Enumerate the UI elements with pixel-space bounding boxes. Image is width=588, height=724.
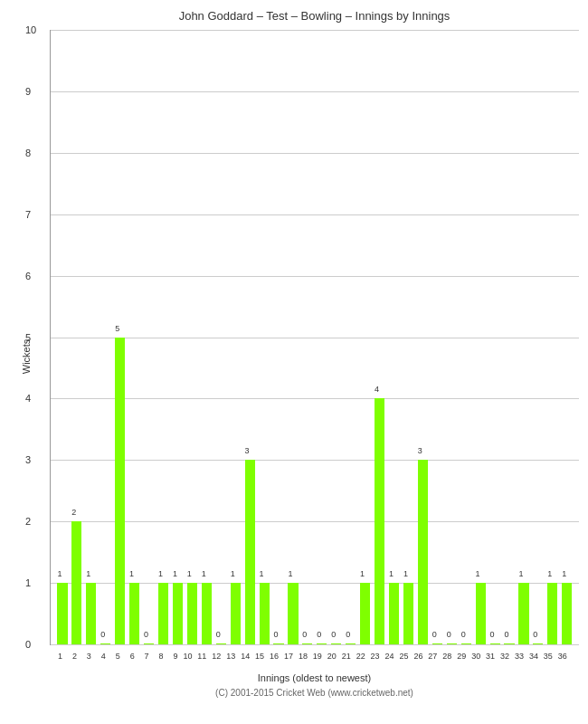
- bar-group: 034: [531, 30, 545, 644]
- bar-value-label: 0: [490, 630, 495, 639]
- bar-value-label: 0: [504, 630, 508, 639]
- bar-value-label: 0: [273, 630, 278, 639]
- bar: 0: [273, 643, 283, 644]
- bar-group: 124: [387, 30, 402, 644]
- bar-group: 110: [185, 30, 199, 644]
- bar-group: 018: [300, 30, 315, 644]
- x-tick: 6: [130, 652, 135, 661]
- bar: 0: [432, 643, 442, 644]
- bar-value-label: 1: [158, 569, 163, 578]
- bar-group: 423: [373, 30, 387, 644]
- bar: 4: [375, 398, 384, 644]
- bar-group: 19: [171, 30, 185, 644]
- x-tick: 16: [270, 652, 279, 661]
- x-tick: 12: [212, 652, 221, 661]
- bar-group: 016: [271, 30, 286, 644]
- bar: 1: [403, 583, 413, 644]
- x-tick: 15: [255, 652, 264, 661]
- x-tick: 10: [183, 652, 192, 661]
- bar-group: 55: [113, 30, 128, 644]
- bar: 1: [518, 583, 528, 644]
- bar-group: 326: [415, 30, 430, 644]
- bar-value-label: 1: [518, 569, 523, 578]
- chart-area: 012345678910 112213045516071819110111012…: [50, 30, 579, 645]
- bar-group: 130: [473, 30, 488, 644]
- x-tick: 30: [471, 652, 480, 661]
- bar: 1: [260, 583, 270, 644]
- x-tick: 2: [72, 652, 77, 661]
- x-tick: 11: [197, 652, 206, 661]
- bar-value-label: 3: [245, 446, 250, 455]
- x-tick: 28: [442, 652, 451, 661]
- y-tick: 2: [25, 516, 31, 527]
- x-tick: 26: [413, 652, 422, 661]
- bar-value-label: 5: [115, 324, 119, 333]
- bar-value-label: 3: [418, 446, 422, 455]
- bar-value-label: 1: [403, 569, 408, 578]
- bar-value-label: 0: [533, 630, 537, 639]
- bar-group: 136: [560, 30, 574, 644]
- bar-value-label: 0: [302, 630, 307, 639]
- bar: 1: [158, 583, 168, 644]
- bar-value-label: 1: [129, 569, 134, 578]
- bar-group: 13: [84, 30, 99, 644]
- x-tick: 23: [371, 652, 380, 661]
- x-tick: 31: [486, 652, 495, 661]
- bar-value-label: 1: [260, 569, 264, 578]
- bar: 0: [504, 643, 514, 644]
- bar-value-label: 1: [231, 569, 235, 578]
- bar-value-label: 4: [375, 385, 379, 394]
- y-tick: 7: [25, 209, 31, 220]
- bar: 1: [129, 583, 139, 644]
- chart-title: John Goddard – Test – Bowling – Innings …: [50, 9, 579, 23]
- x-tick: 22: [356, 652, 365, 661]
- grid-line: [51, 644, 579, 645]
- bar-value-label: 0: [447, 630, 451, 639]
- bar: 1: [562, 583, 572, 644]
- bar-value-label: 0: [144, 630, 148, 639]
- bar-value-label: 1: [187, 569, 192, 578]
- bar-value-label: 0: [331, 630, 336, 639]
- bar-value-label: 2: [71, 508, 76, 517]
- bar-group: 07: [142, 30, 156, 644]
- bar-group: 314: [242, 30, 257, 644]
- y-tick: 0: [25, 639, 31, 650]
- y-tick: 1: [25, 577, 31, 588]
- copyright: (C) 2001-2015 Cricket Web (www.cricketwe…: [50, 688, 579, 698]
- bar: 1: [547, 583, 557, 644]
- y-tick: 8: [25, 148, 31, 158]
- bar-value-label: 0: [461, 630, 466, 639]
- x-tick: 35: [544, 652, 553, 661]
- bar-group: 115: [257, 30, 271, 644]
- bar-group: 11: [55, 30, 70, 644]
- y-axis-label: Wickets: [21, 339, 32, 375]
- bar: 1: [173, 583, 183, 644]
- x-tick: 19: [313, 652, 322, 661]
- bar-group: 027: [430, 30, 444, 644]
- x-tick: 14: [241, 652, 250, 661]
- bar-group: 133: [517, 30, 531, 644]
- bar: 0: [302, 643, 312, 644]
- bar-group: 04: [99, 30, 113, 644]
- x-tick: 36: [558, 652, 567, 661]
- x-tick: 33: [515, 652, 524, 661]
- bar-group: 122: [358, 30, 373, 644]
- bar-value-label: 1: [86, 569, 90, 578]
- bar: 0: [490, 643, 500, 644]
- bar-value-label: 0: [432, 630, 437, 639]
- bar: 0: [100, 643, 110, 644]
- bar-value-label: 0: [216, 630, 221, 639]
- bar-group: 113: [228, 30, 242, 644]
- bar: 0: [533, 643, 543, 644]
- x-tick: 9: [173, 652, 177, 661]
- x-tick: 18: [299, 652, 308, 661]
- x-tick: 4: [101, 652, 106, 661]
- bar-group: 019: [315, 30, 329, 644]
- bar: 2: [71, 521, 81, 644]
- x-tick: 7: [145, 652, 149, 661]
- bar: 1: [57, 583, 67, 644]
- bar-value-label: 1: [202, 569, 206, 578]
- bar-value-label: 0: [346, 630, 350, 639]
- bar-group: 012: [213, 30, 228, 644]
- y-tick: 5: [25, 332, 31, 343]
